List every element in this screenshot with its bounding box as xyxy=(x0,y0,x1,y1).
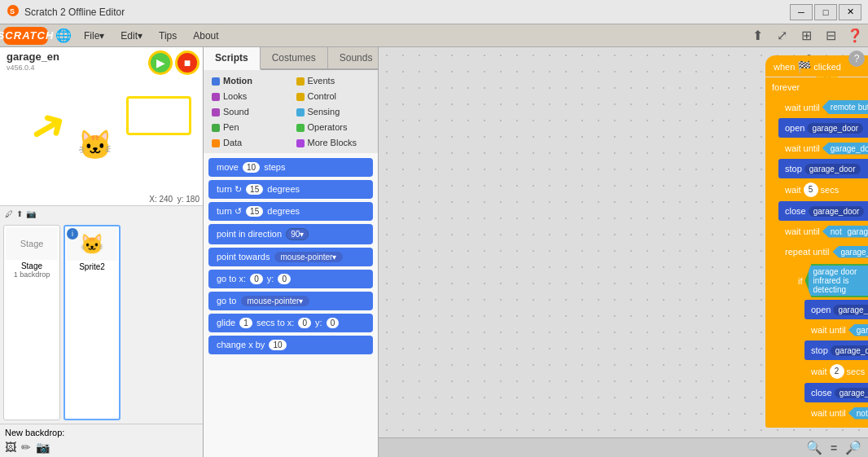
zoom-out-button[interactable]: 🔍 xyxy=(806,440,822,456)
forever-body: wait until remote button 1 is pressed op… xyxy=(778,97,868,428)
cat-operators[interactable]: Operators xyxy=(292,120,375,134)
sprite-import-icon[interactable]: ⬆ xyxy=(16,209,23,218)
main-script: when 🏁 clicked forever wait until xyxy=(765,55,868,428)
sprite-paint-icon[interactable]: 🖊 xyxy=(5,209,13,218)
scratch-logo: SCRATCH xyxy=(3,27,48,45)
cat-looks[interactable]: Looks xyxy=(207,89,291,103)
new-backdrop-label: New backdrop: xyxy=(5,428,198,437)
close-garage-door-block[interactable]: close garage_door xyxy=(778,201,868,221)
block-categories: Motion Events Looks Control Sound Sensin… xyxy=(204,70,378,153)
edit-menu[interactable]: Edit▾ xyxy=(116,29,147,43)
green-flag-button[interactable]: ▶ xyxy=(148,51,173,75)
app-version: v456.0.4 xyxy=(7,64,35,72)
globe-icon[interactable]: 🌐 xyxy=(55,27,72,45)
point-towards-block[interactable]: point towards mouse-pointer▾ xyxy=(208,248,373,266)
wait-until-open-2[interactable]: wait until garage_door is open xyxy=(804,320,868,340)
open-cond-2: garage_door is open xyxy=(848,324,868,336)
minimize-button[interactable]: ─ xyxy=(790,4,813,20)
open-garage-door-2[interactable]: open garage_door xyxy=(804,300,868,319)
stage-canvas: ➜ 🐱 xyxy=(0,76,203,205)
stop-garage-door-2[interactable]: stop garage_door xyxy=(804,341,868,360)
blocks-list: move 10 steps turn ↻ 15 degrees turn ↺ 1… xyxy=(204,153,378,457)
backdrop-edit-icon[interactable]: ✏ xyxy=(21,441,31,454)
sprite-list: Stage Stage 1 backdrop i 🐱 Sprite2 xyxy=(0,222,203,424)
sprite-list-controls: 🖊 ⬆ 📷 xyxy=(0,206,203,222)
scripts-bottombar: 🔍 = 🔎 xyxy=(379,437,868,457)
cat-motion[interactable]: Motion xyxy=(207,73,291,88)
repeat-until-block: repeat until garage_door is closed if xyxy=(778,242,868,428)
if-body: open garage_door wait until garage_door … xyxy=(804,300,868,425)
wait-until-remote-block[interactable]: wait until remote button 1 is pressed xyxy=(778,97,868,117)
change-x-block[interactable]: change x by 10 xyxy=(208,336,373,354)
tab-sounds[interactable]: Sounds xyxy=(328,47,379,68)
sprite-camera-icon[interactable]: 📷 xyxy=(26,209,36,218)
forever-label[interactable]: forever xyxy=(765,77,868,97)
yellow-arrow: ➜ xyxy=(18,94,77,157)
forever-block: forever wait until remote button 1 is pr… xyxy=(765,77,868,428)
turn-cw-block[interactable]: turn ↻ 15 degrees xyxy=(208,180,373,199)
point-direction-block[interactable]: point in direction 90▾ xyxy=(208,224,373,244)
cat-sensing[interactable]: Sensing xyxy=(292,104,375,119)
close-button[interactable]: ✕ xyxy=(839,4,861,20)
help-icon[interactable]: ? xyxy=(848,51,865,67)
if-header[interactable]: if garage door infrared is detecting or … xyxy=(791,261,868,300)
maximize-button[interactable]: □ xyxy=(814,4,837,20)
file-menu[interactable]: File▾ xyxy=(79,29,109,43)
wait-until-not-open-2[interactable]: wait until not garage_door is open xyxy=(804,403,868,423)
stop-button[interactable]: ■ xyxy=(175,51,199,75)
wait-2-secs-block[interactable]: wait 2 secs xyxy=(804,361,868,382)
sprite-info-badge[interactable]: i xyxy=(67,228,78,239)
fullscreen-icon[interactable]: ⤢ xyxy=(772,26,791,46)
tips-menu[interactable]: Tips xyxy=(154,29,182,43)
open-garage-door-block[interactable]: open garage_door xyxy=(778,118,868,138)
grid-icon[interactable]: ⊞ xyxy=(796,26,816,46)
app-title: Scratch 2 Offline Editor xyxy=(24,7,790,18)
wait-until-open-block[interactable]: wait until garage_door is open xyxy=(778,138,868,158)
goto-to-block[interactable]: go to mouse-pointer▾ xyxy=(208,292,373,310)
menubar: SCRATCH 🌐 File▾ Edit▾ Tips About ⬆ ⤢ ⊞ ⊟… xyxy=(0,24,868,47)
repeat-until-header[interactable]: repeat until garage_door is closed xyxy=(778,242,868,261)
stage-backdrop-count: 1 backdrop xyxy=(6,270,58,279)
cat-data[interactable]: Data xyxy=(207,135,291,150)
cat-control[interactable]: Control xyxy=(292,89,375,103)
cat-pen[interactable]: Pen xyxy=(207,120,291,134)
stage-label: Stage xyxy=(6,261,58,270)
cat-events[interactable]: Events xyxy=(292,73,375,88)
tab-costumes[interactable]: Costumes xyxy=(261,47,328,68)
zoom-reset-button[interactable]: = xyxy=(826,440,842,456)
scripts-panel[interactable]: 🐱 x: 0 y: 0 when 🏁 clicked forever xyxy=(379,47,868,457)
goto-xy-block[interactable]: go to x: 0 y: 0 xyxy=(208,270,373,288)
zoom-icon[interactable]: ⊟ xyxy=(821,26,840,46)
stage-area: garage_en v456.0.4 ▶ ■ ➜ 🐱 X: 240 y: xyxy=(0,47,203,206)
green-flag-icon: 🏁 xyxy=(797,60,811,73)
stage-image: Stage xyxy=(6,227,58,260)
close-garage-door-2[interactable]: close garage_door xyxy=(804,383,868,402)
glide-block[interactable]: glide 1 secs to x: 0 y: 0 xyxy=(208,314,373,332)
scripts-canvas: 🐱 x: 0 y: 0 when 🏁 clicked forever xyxy=(379,47,868,437)
wait-until-not-open-block[interactable]: wait until not garage_door is open xyxy=(778,222,868,241)
cat-sound[interactable]: Sound xyxy=(207,104,291,119)
window-controls: ─ □ ✕ xyxy=(790,4,861,20)
move-block[interactable]: move 10 steps xyxy=(208,158,373,177)
backdrop-camera-icon[interactable]: 📷 xyxy=(36,441,50,454)
zoom-in-button[interactable]: 🔎 xyxy=(845,440,861,456)
repeat-body: if garage door infrared is detecting or … xyxy=(791,261,868,428)
stage-thumbnail[interactable]: Stage Stage 1 backdrop xyxy=(3,225,60,420)
help-menu-icon[interactable]: ❓ xyxy=(845,26,865,46)
main-layout: garage_en v456.0.4 ▶ ■ ➜ 🐱 X: 240 y: xyxy=(0,47,868,457)
sprite-name: garage_en xyxy=(7,51,59,63)
tab-scripts[interactable]: Scripts xyxy=(204,47,261,70)
not-open-cond-2: not garage_door is open xyxy=(848,407,868,420)
new-backdrop-section: New backdrop: 🖼 ✏ 📷 xyxy=(0,424,203,457)
stage-controls: ▶ ■ xyxy=(148,51,199,75)
garage-open-condition: garage_door is open xyxy=(822,143,868,155)
stage-coords: X: 240 y: 180 xyxy=(149,195,199,204)
stop-garage-door-block[interactable]: stop garage_door xyxy=(778,159,868,178)
wait-5-secs-block[interactable]: wait 5 secs xyxy=(778,179,868,200)
backdrop-paint-icon[interactable]: 🖼 xyxy=(5,441,16,454)
about-menu[interactable]: About xyxy=(188,29,223,43)
cat-more[interactable]: More Blocks xyxy=(292,135,375,150)
import-icon[interactable]: ⬆ xyxy=(747,26,767,46)
turn-ccw-block[interactable]: turn ↺ 15 degrees xyxy=(208,202,373,221)
sprite2-thumbnail[interactable]: i 🐱 Sprite2 xyxy=(64,225,121,420)
